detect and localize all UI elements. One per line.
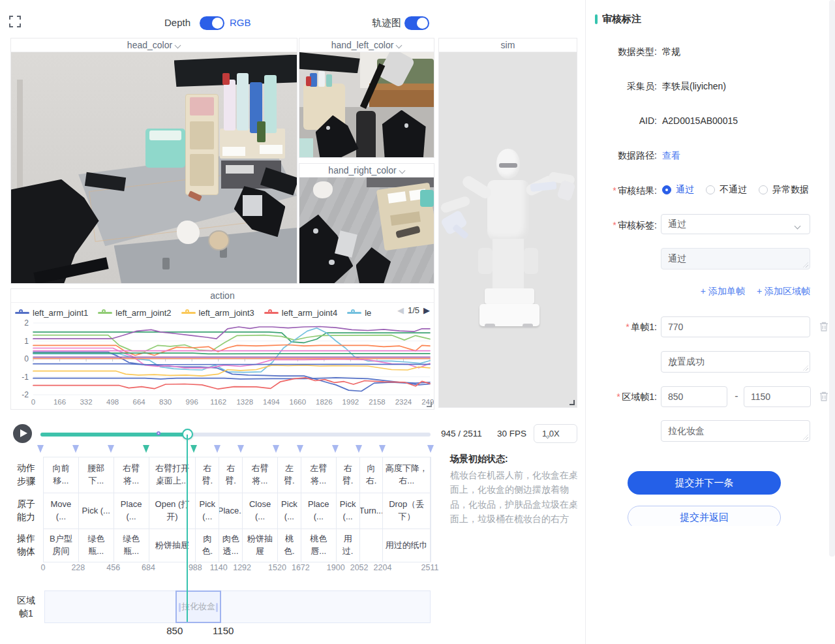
grid-cell[interactable]: 腰部下... xyxy=(79,457,114,493)
hand-right-camera-panel: hand_right_color xyxy=(299,163,434,284)
grid-cell[interactable]: Pick (... xyxy=(337,493,360,529)
fullscreen-icon[interactable] xyxy=(9,16,21,27)
single-frame-input[interactable]: 770 xyxy=(661,316,810,337)
grid-cell[interactable]: 右臂将... xyxy=(114,457,149,493)
result-radio-不通过[interactable]: 不通过 xyxy=(706,184,747,196)
grid-cell[interactable]: 粉饼抽屉 xyxy=(149,529,196,562)
legend-item-left_arm_joint4[interactable]: left_arm_joint4 xyxy=(264,308,337,318)
legend-item-left_arm_joint3[interactable]: left_arm_joint3 xyxy=(181,308,254,318)
add-region-frame-link[interactable]: + 添加区域帧 xyxy=(757,286,810,298)
grid-cell[interactable]: Move (... xyxy=(44,493,79,529)
delete-single-frame-icon[interactable] xyxy=(819,321,829,332)
region-note-textarea[interactable]: 拉化妆盒 xyxy=(661,420,810,442)
grid-cell[interactable]: Open (打开) xyxy=(149,493,196,529)
action-chart-panel: action left_arm_joint1left_arm_joint2lef… xyxy=(10,288,434,410)
row-label-action-steps: 动作步骤 xyxy=(10,461,42,487)
legend-next-icon[interactable]: ▶ xyxy=(423,305,430,315)
step-marker-2204[interactable] xyxy=(379,445,386,453)
resize-corner-icon[interactable] xyxy=(569,400,575,405)
grid-cell[interactable] xyxy=(360,529,384,562)
hand-left-camera-title[interactable]: hand_left_color xyxy=(299,38,434,52)
grid-cell[interactable]: 右臂. xyxy=(337,457,360,493)
hand-right-camera-photo xyxy=(299,177,434,283)
grid-cell[interactable]: 绿色瓶... xyxy=(79,529,114,562)
step-marker-456[interactable] xyxy=(108,445,114,453)
legend-prev-icon[interactable]: ◀ xyxy=(397,305,404,315)
step-marker-2052[interactable] xyxy=(356,445,362,453)
delete-region-frame-icon[interactable] xyxy=(819,391,829,402)
grid-cell[interactable]: 绿色瓶... xyxy=(114,529,149,562)
play-button[interactable] xyxy=(13,424,32,443)
region-right-handle[interactable] xyxy=(216,603,218,612)
step-marker-988[interactable] xyxy=(190,445,197,453)
data-path-label: 数据路径: xyxy=(586,150,657,162)
step-marker-1520[interactable] xyxy=(273,445,279,453)
resize-corner-icon[interactable] xyxy=(427,402,432,407)
legend-pager: ◀ 1/5 ▶ xyxy=(397,305,430,315)
grid-cell[interactable]: 向右. xyxy=(360,457,384,493)
step-marker-1900[interactable] xyxy=(332,445,339,453)
result-radio-异常数据[interactable]: 异常数据 xyxy=(759,184,809,196)
add-single-frame-link[interactable]: + 添加单帧 xyxy=(701,286,745,298)
grid-cell[interactable]: Turn... xyxy=(360,493,384,529)
grid-cell[interactable]: Close (... xyxy=(243,493,278,529)
hand-right-camera-title[interactable]: hand_right_color xyxy=(299,164,434,177)
grid-cell[interactable]: Pick (... xyxy=(196,493,219,529)
grid-cell[interactable]: 右臂. xyxy=(219,457,243,493)
tag-note-textarea[interactable]: 通过 xyxy=(661,248,810,269)
region-frame-track[interactable]: 拉化妆盒 xyxy=(44,590,431,623)
grid-cell[interactable]: Place.. xyxy=(219,493,243,529)
step-marker-2511[interactable] xyxy=(427,445,434,453)
legend-item-le[interactable]: le xyxy=(347,308,371,318)
data-path-link[interactable]: 查看 xyxy=(662,150,680,162)
speed-select[interactable]: 1.0X xyxy=(534,424,577,443)
depth-rgb-toggle[interactable] xyxy=(200,16,224,30)
region-start-frame: 850 xyxy=(166,625,183,636)
grid-cell[interactable]: Pick (... xyxy=(278,493,301,529)
submit-back-button[interactable]: 提交并返回 xyxy=(628,506,781,526)
step-marker-684[interactable] xyxy=(143,445,149,453)
result-radio-通过[interactable]: 通过 xyxy=(662,184,694,196)
playhead-line[interactable] xyxy=(187,435,188,622)
grid-cell[interactable]: 左臂将... xyxy=(301,457,337,493)
svg-text:1826: 1826 xyxy=(316,398,333,406)
step-marker-1672[interactable] xyxy=(297,445,303,453)
grid-cell[interactable]: Pick (... xyxy=(79,493,114,529)
svg-text:1328: 1328 xyxy=(236,398,253,406)
grid-cell[interactable]: 左臂. xyxy=(278,457,301,493)
step-marker-1292[interactable] xyxy=(237,445,244,453)
grid-cell[interactable]: 右臂打开桌面上... xyxy=(149,457,196,493)
step-marker-0[interactable] xyxy=(37,445,44,453)
action-line-chart[interactable]: 210-1-2016633249866483099611621328149416… xyxy=(11,319,434,409)
grid-cell[interactable]: 向前移... xyxy=(44,457,79,493)
region-left-handle[interactable] xyxy=(179,603,181,612)
grid-cell[interactable]: 右臂将... xyxy=(243,457,278,493)
grid-cell[interactable]: Place (... xyxy=(114,493,149,529)
single-frame-note-textarea[interactable]: 放置成功 xyxy=(661,351,810,373)
grid-cell[interactable]: B户型房间 xyxy=(44,529,79,562)
grid-cell[interactable]: 桃色. xyxy=(278,529,301,562)
step-marker-1140[interactable] xyxy=(214,445,220,453)
legend-item-left_arm_joint2[interactable]: left_arm_joint2 xyxy=(98,308,171,318)
grid-cell[interactable]: 粉饼抽屉 xyxy=(243,529,278,562)
grid-cell[interactable]: 桃色唇... xyxy=(301,529,337,562)
grid-cell[interactable]: 用过. xyxy=(337,529,360,562)
scrollbar-track[interactable] xyxy=(829,0,835,557)
region-end-input[interactable]: 1150 xyxy=(744,386,811,407)
grid-cell[interactable]: Place (... xyxy=(301,493,337,529)
grid-cell[interactable]: 右臂. xyxy=(196,457,219,493)
grid-cell[interactable]: 高度下降，右... xyxy=(383,457,431,493)
submit-next-button[interactable]: 提交并下一条 xyxy=(628,471,781,495)
grid-cell[interactable]: 肉色. xyxy=(196,529,219,562)
tag-select[interactable]: 通过 xyxy=(661,214,810,234)
step-marker-228[interactable] xyxy=(72,445,79,453)
trajectory-toggle[interactable] xyxy=(404,16,429,30)
grid-cell[interactable]: 肉色透... xyxy=(219,529,243,562)
region-start-input[interactable]: 850 xyxy=(661,386,727,407)
grid-cell[interactable]: Drop（丢下） xyxy=(383,493,431,529)
legend-item-left_arm_joint1[interactable]: left_arm_joint1 xyxy=(15,308,88,318)
grid-cell[interactable]: 用过的纸巾 xyxy=(383,529,431,562)
head-camera-title[interactable]: head_color xyxy=(11,38,297,52)
timeline-slider[interactable] xyxy=(40,433,431,437)
region-frame-block[interactable]: 拉化妆盒 xyxy=(175,590,221,623)
